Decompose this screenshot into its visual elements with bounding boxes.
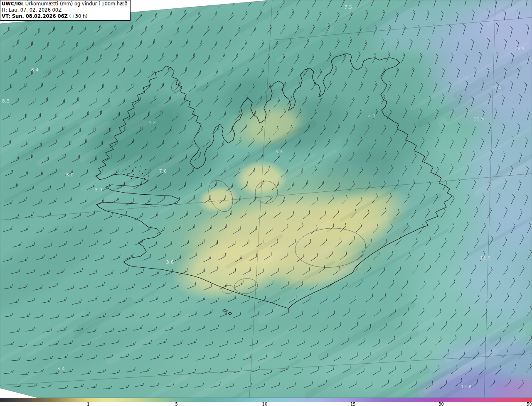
map-title-line: UWC/IG: Úrkomumætti (mm) og vindur í 100… [2, 1, 128, 7]
valid-time-offset: (+30 h) [68, 13, 88, 19]
colorbar-tick-label: 15 [350, 402, 356, 406]
map-value-label: 8.4 [31, 67, 39, 73]
colorbar-tick-label: 10 [262, 402, 268, 406]
map-extremum-labels-layer: 7.59.98.411.48.34.24.711.53.38.07.63.93.… [0, 0, 532, 398]
map-value-label: 11.9 [480, 255, 491, 261]
map-value-label: 5.4 [57, 366, 65, 372]
map-value-label: 3.6 [166, 259, 174, 265]
weather-map-page: 7.59.98.411.48.34.24.711.53.38.07.63.93.… [0, 0, 532, 406]
colorbar-tick-labels: 1510153050 [0, 398, 532, 406]
colorbar-tick-label: 5 [175, 402, 177, 406]
map-value-label: 4.7 [368, 114, 376, 119]
map-value-label: 4.2 [148, 120, 156, 125]
map-value-label: 3.9 [95, 187, 102, 193]
map-value-label: 8.3 [2, 98, 10, 104]
map-value-label: 9.9 [517, 46, 525, 51]
map-info-box: UWC/IG: Úrkomumætti (mm) og vindur í 100… [0, 0, 131, 21]
map-value-label: 3.3 [275, 149, 283, 154]
valid-time: VT: Sun. 08.02.2026 06Z [2, 13, 68, 19]
colorbar-tick-label: 30 [438, 402, 444, 406]
valid-time-line: VT: Sun. 08.02.2026 06Z (+30 h) [2, 13, 128, 20]
map-value-label: 7.5 [345, 5, 352, 10]
map-value-label: 12.8 [461, 384, 472, 389]
map-value-label: 11.4 [490, 85, 501, 90]
colorbar-tick-label: 1 [87, 402, 89, 406]
colorbar: 1510153050 [0, 398, 532, 406]
colorbar-tick-label: 50 [527, 402, 532, 406]
map-title: Úrkomumætti (mm) og vindur í 100m hæð [24, 1, 128, 7]
model-id: UWC/IG: [2, 1, 24, 7]
init-time: IT: Lau. 07. 02. 2026 00Z [2, 7, 128, 13]
map-value-label: 7.6 [159, 169, 167, 174]
map-value-label: 8.0 [66, 172, 74, 178]
map-value-label: 11.5 [473, 116, 484, 122]
